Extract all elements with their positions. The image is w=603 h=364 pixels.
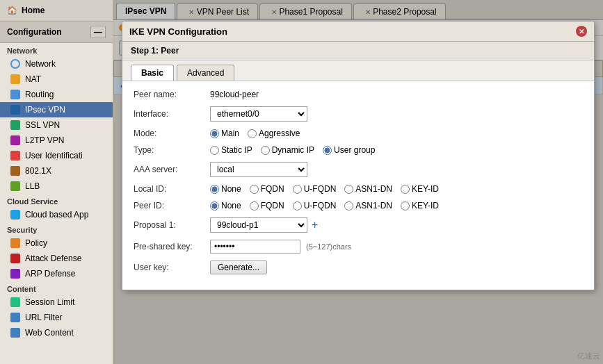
watermark: 亿速云 — [577, 351, 600, 361]
sidebar-item-802[interactable]: 802.1X — [0, 163, 113, 179]
type-usergroup-radio[interactable] — [323, 146, 332, 155]
peer-name-value: 99cloud-peer — [210, 90, 259, 99]
url-icon — [10, 312, 21, 323]
sidebar-item-ssl[interactable]: SSL VPN — [0, 117, 113, 133]
modal-tab-advanced[interactable]: Advanced — [177, 65, 234, 81]
peer-id-ufqdn-radio[interactable] — [293, 201, 302, 210]
peer-id-none-label: None — [221, 201, 241, 210]
sidebar-item-routing[interactable]: Routing — [0, 87, 113, 102]
interface-row: Interface: ethernet0/0 — [134, 106, 583, 122]
local-id-keyid-option[interactable]: KEY-ID — [401, 184, 439, 194]
preshared-label: Pre-shared key: — [134, 242, 210, 251]
peer-id-none-option[interactable]: None — [210, 201, 241, 210]
preshared-hint: (5~127)chars — [306, 242, 351, 251]
peer-id-keyid-option[interactable]: KEY-ID — [401, 201, 439, 210]
sidebar-item-network[interactable]: Network — [0, 56, 113, 72]
sidebar-item-user[interactable]: User Identificati — [0, 148, 113, 163]
ike-vpn-config-modal: IKE VPN Configuration ✕ Step 1: Peer Bas… — [122, 21, 595, 290]
modal-overlay: IKE VPN Configuration ✕ Step 1: Peer Bas… — [113, 0, 603, 364]
sidebar-item-session[interactable]: Session Limit — [0, 295, 113, 310]
local-id-row: Local ID: None FQDN U-FQDN — [134, 184, 583, 194]
peer-id-asn1-radio[interactable] — [344, 201, 353, 210]
type-radio-group: Static IP Dynamic IP User group — [210, 145, 375, 155]
config-label: Configuration — [7, 27, 62, 37]
sidebar: 🏠 Home Configuration — Network Network N… — [0, 0, 113, 364]
sidebar-item-label: Attack Defense — [25, 254, 81, 263]
peer-id-none-radio[interactable] — [210, 201, 219, 210]
type-static-radio[interactable] — [210, 146, 219, 155]
mode-aggressive-radio[interactable] — [248, 129, 257, 138]
peer-id-radio-group: None FQDN U-FQDN ASN1-DN — [210, 201, 439, 210]
sidebar-item-attack[interactable]: Attack Defense — [0, 251, 113, 266]
peer-name-label: Peer name: — [134, 90, 210, 99]
sidebar-item-label: User Identificati — [25, 151, 83, 160]
sidebar-item-nat[interactable]: NAT — [0, 72, 113, 87]
local-id-none-option[interactable]: None — [210, 184, 241, 194]
sidebar-item-web[interactable]: Web Content — [0, 325, 113, 340]
sidebar-item-label: URL Filter — [25, 313, 63, 322]
local-id-ufqdn-option[interactable]: U-FQDN — [293, 184, 337, 194]
type-dynamic-label: Dynamic IP — [272, 145, 314, 155]
generate-label: Generate... — [218, 263, 259, 272]
mode-main-radio[interactable] — [210, 129, 219, 138]
modal-tab-basic-label: Basic — [141, 68, 163, 78]
mode-aggressive-label: Aggressive — [259, 129, 300, 138]
interface-select[interactable]: ethernet0/0 — [210, 106, 307, 122]
local-id-asn1-radio[interactable] — [344, 185, 353, 194]
sidebar-item-ipsec[interactable]: IPsec VPN — [0, 102, 113, 117]
local-id-asn1-option[interactable]: ASN1-DN — [344, 184, 392, 194]
mode-row: Mode: Main Aggressive — [134, 129, 583, 138]
peer-id-keyid-radio[interactable] — [401, 201, 410, 210]
peer-id-fqdn-option[interactable]: FQDN — [250, 201, 284, 210]
local-id-ufqdn-radio[interactable] — [293, 185, 302, 194]
peer-id-fqdn-radio[interactable] — [250, 201, 259, 210]
modal-header: IKE VPN Configuration ✕ — [122, 22, 594, 42]
proposal-row: Proposal 1: 99cloud-p1 + — [134, 217, 583, 233]
peer-id-asn1-option[interactable]: ASN1-DN — [344, 201, 392, 210]
type-usergroup-option[interactable]: User group — [323, 145, 375, 155]
local-id-fqdn-radio[interactable] — [250, 185, 259, 194]
sidebar-item-policy[interactable]: Policy — [0, 235, 113, 251]
sidebar-item-cloud[interactable]: Cloud based App — [0, 207, 113, 222]
mode-radio-group: Main Aggressive — [210, 129, 300, 138]
user-key-row: User key: Generate... — [134, 260, 583, 274]
add-proposal-button[interactable]: + — [312, 219, 318, 231]
cloud-icon — [10, 209, 21, 220]
collapse-button[interactable]: — — [90, 26, 106, 38]
user-icon — [10, 150, 21, 161]
network-section-label: Network — [0, 43, 113, 56]
proposal-label: Proposal 1: — [134, 220, 210, 230]
mode-aggressive-option[interactable]: Aggressive — [248, 129, 300, 138]
modal-title: IKE VPN Configuration — [129, 26, 227, 37]
local-id-none-radio[interactable] — [210, 185, 219, 194]
type-static-option[interactable]: Static IP — [210, 145, 252, 155]
ssl-icon — [10, 119, 21, 131]
type-label: Type: — [134, 145, 210, 155]
peer-id-ufqdn-option[interactable]: U-FQDN — [293, 201, 337, 210]
preshared-input[interactable] — [210, 240, 300, 254]
home-button[interactable]: 🏠 Home — [0, 0, 113, 22]
modal-tab-basic[interactable]: Basic — [131, 65, 174, 81]
mode-main-label: Main — [221, 129, 239, 138]
attack-icon — [10, 253, 21, 264]
local-id-keyid-radio[interactable] — [401, 185, 410, 194]
mode-label: Mode: — [134, 129, 210, 138]
sidebar-item-arp[interactable]: ARP Defense — [0, 266, 113, 281]
modal-close-button[interactable]: ✕ — [576, 26, 587, 37]
sidebar-item-l2tp[interactable]: L2TP VPN — [0, 133, 113, 148]
type-dynamic-radio[interactable] — [261, 146, 270, 155]
peer-id-asn1-label: ASN1-DN — [355, 201, 392, 210]
type-row: Type: Static IP Dynamic IP User group — [134, 145, 583, 155]
config-header: Configuration — — [0, 22, 113, 43]
generate-button[interactable]: Generate... — [210, 260, 267, 274]
type-dynamic-option[interactable]: Dynamic IP — [261, 145, 314, 155]
preshared-row: Pre-shared key: (5~127)chars — [134, 240, 583, 254]
local-id-fqdn-option[interactable]: FQDN — [250, 184, 284, 194]
sidebar-item-url[interactable]: URL Filter — [0, 310, 113, 325]
aaa-select[interactable]: local — [210, 162, 307, 177]
mode-main-option[interactable]: Main — [210, 129, 239, 138]
sidebar-item-llb[interactable]: LLB — [0, 179, 113, 194]
proposal-select[interactable]: 99cloud-p1 — [210, 217, 307, 233]
sidebar-item-label: NAT — [25, 74, 41, 84]
sidebar-item-label: SSL VPN — [25, 120, 60, 130]
